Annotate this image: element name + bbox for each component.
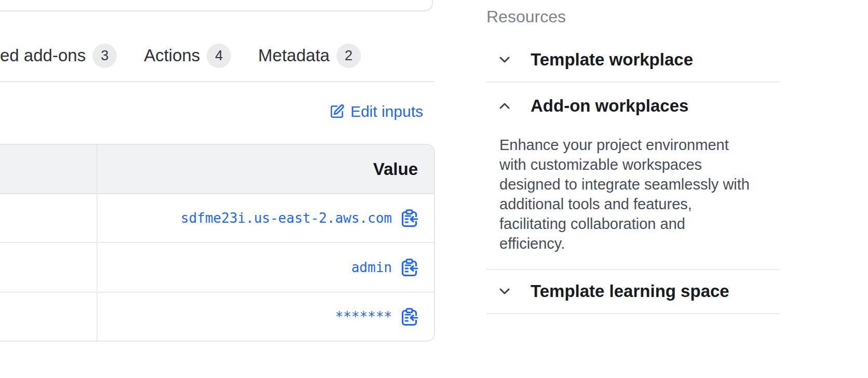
copy-to-clipboard-button[interactable] [401, 258, 418, 277]
section-header-add-on-workplaces[interactable]: Add-on workplaces [486, 83, 780, 116]
input-value: admin [351, 260, 392, 275]
section-add-on-workplaces: Add-on workplaces Enhance your project e… [486, 83, 780, 270]
key-column-header [0, 145, 98, 193]
tab-count-badge: 2 [336, 44, 361, 68]
chevron-up-icon [499, 103, 510, 109]
tab-label: Actions [144, 46, 200, 65]
resources-panel: Resources Template workplace Add-on work… [486, 7, 780, 314]
section-description: Enhance your project environment with cu… [499, 135, 763, 253]
top-card [0, 0, 433, 11]
chevron-down-icon [499, 288, 510, 294]
table-row: sdfme23i.us-east-2.aws.com [0, 194, 434, 243]
tab-label: ed add-ons [0, 46, 86, 65]
description-line: with customizable workspaces [499, 155, 763, 174]
section-template-learning-space: Template learning space [486, 270, 780, 314]
value-cell: ******* [98, 293, 434, 341]
clipboard-paste-icon [401, 258, 418, 277]
tab-installed-add-ons[interactable]: ed add-ons 3 [0, 44, 117, 68]
edit-inputs-label: Edit inputs [350, 103, 423, 120]
tab-count-badge: 3 [92, 44, 117, 68]
description-line: facilitating collaboration and [499, 214, 763, 234]
section-title: Template workplace [531, 49, 693, 70]
edit-icon [329, 104, 345, 119]
section-header-template-learning-space[interactable]: Template learning space [486, 270, 780, 313]
key-cell [0, 194, 98, 242]
resources-panel-title: Resources [486, 7, 780, 26]
table-row: admin [0, 243, 434, 293]
tab-bar: ed add-ons 3 Actions 4 Metadata 2 [0, 40, 388, 71]
description-line: designed to integrate seamlessly with [499, 174, 763, 194]
tab-label: Metadata [258, 46, 330, 65]
copy-to-clipboard-button[interactable] [401, 307, 418, 327]
tab-bar-divider [0, 81, 434, 82]
edit-inputs-button[interactable]: Edit inputs [329, 99, 423, 125]
section-title: Add-on workplaces [531, 96, 688, 116]
clipboard-paste-icon [401, 307, 418, 327]
input-value-masked: ******* [335, 309, 392, 325]
tab-count-badge: 4 [207, 44, 231, 68]
value-cell: admin [98, 243, 434, 292]
copy-to-clipboard-button[interactable] [401, 209, 418, 228]
section-template-workplace: Template workplace [486, 39, 780, 83]
table-row: ******* [0, 293, 434, 341]
key-cell [0, 293, 98, 341]
description-line: additional tools and features, [499, 194, 763, 214]
value-column-header: Value [98, 145, 434, 193]
table-header-row: Value [0, 145, 434, 194]
tab-metadata[interactable]: Metadata 2 [258, 44, 361, 68]
section-header-template-workplace[interactable]: Template workplace [486, 39, 780, 82]
description-line: efficiency. [499, 234, 763, 253]
input-value: sdfme23i.us-east-2.aws.com [181, 210, 392, 226]
value-cell: sdfme23i.us-east-2.aws.com [98, 194, 434, 242]
key-cell [0, 243, 98, 292]
clipboard-paste-icon [401, 209, 418, 228]
inputs-table: Value sdfme23i.us-east-2.aws.com [0, 144, 435, 342]
section-title: Template learning space [531, 281, 729, 302]
tab-actions[interactable]: Actions 4 [144, 44, 231, 68]
page: ed add-ons 3 Actions 4 Metadata 2 Edit i… [0, 0, 868, 378]
description-line: Enhance your project environment [499, 135, 763, 155]
chevron-down-icon [499, 57, 510, 63]
